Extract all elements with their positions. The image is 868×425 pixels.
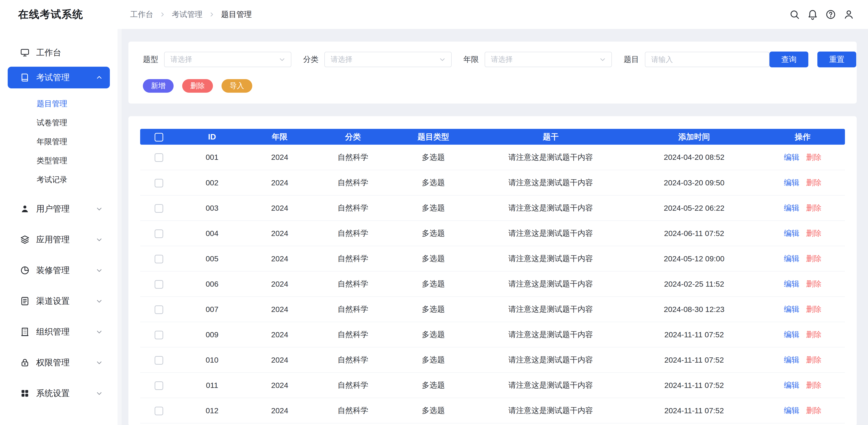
cell-stem: 请注意这是测试题干内容 bbox=[473, 347, 628, 372]
year-select[interactable]: 请选择 bbox=[485, 52, 612, 67]
breadcrumb-item-workbench[interactable]: 工作台 bbox=[130, 9, 153, 20]
row-checkbox[interactable] bbox=[155, 179, 163, 187]
cell-stem: 请注意这是测试题干内容 bbox=[473, 221, 628, 246]
category-select[interactable]: 请选择 bbox=[324, 52, 452, 67]
row-checkbox[interactable] bbox=[155, 382, 163, 390]
row-checkbox-cell bbox=[140, 246, 178, 271]
sidebar-item-exam-management[interactable]: 考试管理 bbox=[8, 67, 110, 88]
column-header-id: ID bbox=[178, 129, 247, 145]
edit-link[interactable]: 编辑 bbox=[784, 355, 799, 364]
sidebar-subitem-year-management[interactable]: 年限管理 bbox=[0, 132, 118, 151]
bell-icon[interactable] bbox=[807, 9, 818, 20]
row-checkbox[interactable] bbox=[155, 153, 163, 162]
breadcrumb-item-exam-management[interactable]: 考试管理 bbox=[172, 9, 203, 20]
sidebar-item-permission-management[interactable]: 权限管理 bbox=[8, 352, 110, 373]
edit-link[interactable]: 编辑 bbox=[784, 305, 799, 313]
year-label: 年限 bbox=[463, 54, 479, 65]
add-button[interactable]: 新增 bbox=[143, 79, 174, 93]
question-keyword-input[interactable] bbox=[645, 52, 770, 67]
sidebar-item-user-management[interactable]: 用户管理 bbox=[8, 198, 110, 220]
cell-category: 自然科学 bbox=[313, 170, 393, 195]
edit-link[interactable]: 编辑 bbox=[784, 204, 799, 212]
delete-link[interactable]: 删除 bbox=[806, 204, 822, 212]
edit-link[interactable]: 编辑 bbox=[784, 153, 799, 161]
filter-row: 题型 请选择 分类 请选择 年限 bbox=[143, 52, 847, 67]
delete-link[interactable]: 删除 bbox=[806, 381, 822, 389]
row-checkbox-cell bbox=[140, 271, 178, 297]
row-checkbox[interactable] bbox=[155, 230, 163, 238]
sidebar-item-label: 系统设置 bbox=[36, 388, 70, 399]
cell-question-type: 多选题 bbox=[393, 246, 473, 271]
user-icon[interactable] bbox=[843, 9, 855, 20]
row-checkbox[interactable] bbox=[155, 331, 163, 339]
cell-id: 005 bbox=[178, 246, 247, 271]
sidebar-subitem-paper-management[interactable]: 试卷管理 bbox=[0, 113, 118, 132]
sidebar-subitem-exam-records[interactable]: 考试记录 bbox=[0, 170, 118, 189]
delete-link[interactable]: 删除 bbox=[806, 279, 822, 288]
sidebar-item-label: 考试管理 bbox=[36, 72, 70, 83]
content-gutter bbox=[118, 29, 122, 425]
cell-added-time: 2024-05-22 06:22 bbox=[628, 195, 761, 221]
sidebar-item-system-settings[interactable]: 系统设置 bbox=[8, 383, 110, 404]
chevron-down-icon bbox=[95, 390, 103, 397]
table-row: 011 2024 自然科学 多选题 请注意这是测试题干内容 2024-11-11… bbox=[140, 372, 845, 398]
edit-link[interactable]: 编辑 bbox=[784, 254, 799, 263]
delete-link[interactable]: 删除 bbox=[806, 254, 822, 263]
document-list-icon bbox=[20, 296, 30, 306]
cell-year: 2024 bbox=[247, 398, 313, 423]
cell-added-time: 2024-11-11 07:52 bbox=[628, 322, 761, 347]
row-checkbox[interactable] bbox=[155, 204, 163, 213]
sidebar-subitem-type-management[interactable]: 类型管理 bbox=[0, 151, 118, 170]
delete-link[interactable]: 删除 bbox=[806, 330, 822, 339]
delete-link[interactable]: 删除 bbox=[806, 153, 822, 161]
import-button[interactable]: 导入 bbox=[221, 79, 252, 93]
app-title: 在线考试系统 bbox=[0, 7, 118, 22]
row-checkbox[interactable] bbox=[155, 356, 163, 365]
cell-stem: 请注意这是测试题干内容 bbox=[473, 398, 628, 423]
query-button[interactable]: 查询 bbox=[770, 52, 808, 67]
question-type-select[interactable]: 请选择 bbox=[164, 52, 291, 67]
cell-category: 自然科学 bbox=[313, 398, 393, 423]
select-all-checkbox[interactable] bbox=[155, 133, 163, 142]
help-icon[interactable] bbox=[825, 9, 836, 20]
edit-link[interactable]: 编辑 bbox=[784, 229, 799, 237]
palette-icon bbox=[20, 265, 30, 275]
chevron-down-icon bbox=[95, 297, 103, 305]
breadcrumb-item-question-management: 题目管理 bbox=[221, 9, 252, 20]
delete-link[interactable]: 删除 bbox=[806, 406, 822, 415]
sidebar-item-organization-management[interactable]: 组织管理 bbox=[8, 321, 110, 343]
cell-category: 自然科学 bbox=[313, 297, 393, 322]
search-icon[interactable] bbox=[789, 9, 800, 20]
delete-link[interactable]: 删除 bbox=[806, 229, 822, 237]
cell-year: 2024 bbox=[247, 221, 313, 246]
row-checkbox[interactable] bbox=[155, 255, 163, 263]
sidebar-item-label: 权限管理 bbox=[36, 357, 70, 368]
column-header-added-time: 添加时间 bbox=[628, 129, 761, 145]
row-checkbox[interactable] bbox=[155, 305, 163, 314]
table-body: 001 2024 自然科学 多选题 请注意这是测试题干内容 2024-04-20… bbox=[140, 145, 845, 423]
edit-link[interactable]: 编辑 bbox=[784, 279, 799, 288]
delete-link[interactable]: 删除 bbox=[806, 178, 822, 187]
lock-icon bbox=[20, 358, 30, 368]
delete-link[interactable]: 删除 bbox=[806, 355, 822, 364]
cell-question-type: 多选题 bbox=[393, 170, 473, 195]
edit-link[interactable]: 编辑 bbox=[784, 381, 799, 389]
sidebar-item-workbench[interactable]: 工作台 bbox=[8, 42, 110, 63]
delete-button[interactable]: 删除 bbox=[182, 79, 213, 93]
sidebar-item-app-management[interactable]: 应用管理 bbox=[8, 229, 110, 250]
sidebar-item-decoration-management[interactable]: 装修管理 bbox=[8, 260, 110, 281]
reset-button[interactable]: 重置 bbox=[817, 52, 856, 67]
table-row: 004 2024 自然科学 多选题 请注意这是测试题干内容 2024-06-11… bbox=[140, 221, 845, 246]
edit-link[interactable]: 编辑 bbox=[784, 406, 799, 415]
edit-link[interactable]: 编辑 bbox=[784, 330, 799, 339]
row-checkbox[interactable] bbox=[155, 280, 163, 289]
row-checkbox[interactable] bbox=[155, 407, 163, 415]
grid-icon bbox=[20, 388, 30, 398]
delete-link[interactable]: 删除 bbox=[806, 305, 822, 313]
question-keyword-group: 题目 bbox=[624, 52, 770, 67]
cell-actions: 编辑删除 bbox=[761, 195, 845, 221]
sidebar-subitem-question-management[interactable]: 题目管理 bbox=[0, 94, 118, 113]
edit-link[interactable]: 编辑 bbox=[784, 178, 799, 187]
sidebar-item-channel-settings[interactable]: 渠道设置 bbox=[8, 290, 110, 312]
table-row: 010 2024 自然科学 多选题 请注意这是测试题干内容 2024-11-11… bbox=[140, 347, 845, 372]
